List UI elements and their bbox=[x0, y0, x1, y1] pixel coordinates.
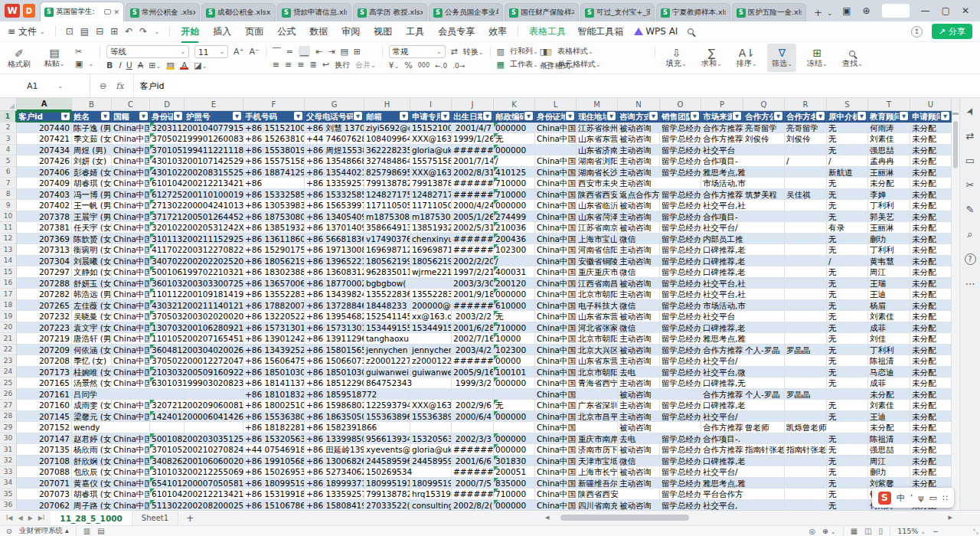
filter-dropdown-icon[interactable]: ▼ bbox=[233, 112, 241, 120]
cell[interactable] bbox=[785, 377, 827, 389]
cell[interactable]: 马恋迪 bbox=[868, 367, 910, 378]
find-button[interactable]: 查找⌄ bbox=[838, 44, 867, 72]
cell[interactable]: China中国 bbox=[112, 222, 150, 234]
preview-icon[interactable]: ⊞ bbox=[110, 26, 118, 37]
cell[interactable] bbox=[785, 211, 827, 223]
cell[interactable]: 留学总经办 bbox=[660, 256, 701, 267]
align-top-icon[interactable]: ⎺ bbox=[273, 47, 281, 57]
worksheet-button[interactable]: 工作表⌄ bbox=[510, 59, 538, 70]
cell[interactable]: 无 bbox=[827, 444, 868, 456]
column-header-E[interactable]: E bbox=[185, 98, 243, 111]
cell[interactable]: m1875308( bbox=[364, 211, 410, 223]
column-header-U[interactable]: U bbox=[910, 98, 952, 111]
cell[interactable]: 未分配 bbox=[868, 389, 910, 400]
cell[interactable]: 留学总经办 bbox=[660, 333, 701, 345]
cell[interactable] bbox=[743, 333, 785, 345]
cell[interactable]: +86 1300682663 bbox=[305, 456, 364, 467]
cell[interactable]: 留学总经办 bbox=[660, 123, 701, 134]
cell[interactable]: 无 bbox=[827, 234, 868, 245]
cell[interactable]: 102300 bbox=[494, 244, 535, 256]
cell[interactable]: 244589596 bbox=[410, 456, 452, 467]
cell[interactable]: 山东省东营 bbox=[577, 311, 618, 322]
cell[interactable]: 370502200012272047 bbox=[150, 355, 185, 367]
maximize-button[interactable]: ▢ bbox=[942, 5, 950, 16]
menu-item-插入[interactable]: 插入 bbox=[212, 24, 232, 40]
cell[interactable]: 微信 bbox=[618, 456, 660, 467]
cell[interactable]: 2003/2/2 bbox=[452, 311, 494, 322]
cell[interactable]: +86 1335925706 bbox=[305, 489, 364, 500]
cell[interactable]: China中国 bbox=[112, 456, 150, 467]
cell[interactable]: 未分配 bbox=[910, 345, 952, 356]
eye-icon[interactable]: ◎ bbox=[809, 527, 815, 535]
cell[interactable]: 指南针张老 bbox=[743, 444, 785, 456]
cell[interactable]: 去电 bbox=[618, 433, 660, 445]
cell[interactable]: 835000 bbox=[494, 478, 535, 489]
cell[interactable]: +86 1340540988 bbox=[305, 211, 364, 223]
cell[interactable]: 上海市宝山 bbox=[577, 234, 618, 245]
cell[interactable]: 未分配 bbox=[910, 355, 952, 367]
cell[interactable]: 000000 bbox=[494, 289, 535, 300]
cell[interactable]: 710000 bbox=[494, 189, 535, 201]
cell[interactable]: China中国 bbox=[112, 211, 150, 223]
ime-grid-icon[interactable]: ∷ bbox=[942, 493, 948, 503]
cell[interactable]: 留学总经办 bbox=[660, 400, 701, 411]
cell[interactable]: 2002/8/31 bbox=[452, 167, 494, 178]
cell[interactable]: 刘妍 (女) bbox=[72, 155, 112, 167]
cell[interactable]: China中国 bbox=[112, 489, 150, 500]
document-tab[interactable]: S医护五险一金.xlsx bbox=[732, 3, 806, 21]
cell[interactable]: hrq153199 bbox=[410, 489, 452, 500]
cell[interactable]: 2002/3/3 bbox=[452, 433, 494, 445]
cell[interactable] bbox=[785, 200, 827, 211]
cell[interactable]: 2000/7/5 bbox=[452, 478, 494, 489]
wps-ai-button[interactable]: WPS AI bbox=[634, 26, 678, 37]
menu-item-会员专享[interactable]: 会员专享 bbox=[437, 24, 475, 40]
cell[interactable]: +86 19910568 bbox=[243, 456, 305, 467]
cell[interactable]: 杨欣雨 (女 bbox=[72, 444, 112, 456]
cell[interactable]: 凯烁曾老师 bbox=[785, 422, 827, 433]
cell[interactable]: +86 15538019 bbox=[243, 145, 305, 156]
cell[interactable]: 000000 bbox=[494, 444, 535, 456]
cell[interactable] bbox=[743, 377, 785, 389]
cell[interactable]: +86 18099519 bbox=[243, 478, 305, 489]
cell[interactable]: / bbox=[785, 155, 827, 167]
cell[interactable]: 2002/2/20 bbox=[452, 256, 494, 267]
cell[interactable]: bgbgbow( bbox=[364, 278, 410, 289]
cell[interactable] bbox=[743, 178, 785, 189]
cell[interactable]: 主动咨询 bbox=[618, 145, 660, 156]
cell[interactable]: 无 bbox=[827, 489, 868, 500]
cell[interactable]: 主动咨询 bbox=[618, 478, 660, 489]
row-header-14[interactable]: 14 bbox=[0, 256, 17, 267]
cell[interactable]: +86 1354402198 bbox=[305, 167, 364, 178]
cell[interactable] bbox=[743, 311, 785, 322]
search-icon[interactable] bbox=[688, 28, 694, 34]
cell[interactable]: 710000 bbox=[494, 178, 535, 189]
close-button[interactable]: ✕ bbox=[962, 5, 969, 16]
cell[interactable]: 成菲 bbox=[868, 322, 910, 334]
cell[interactable]: China中国 bbox=[112, 133, 150, 145]
document-tab[interactable]: S成都公积金.xlsx bbox=[201, 3, 276, 21]
cell[interactable]: China中国 bbox=[535, 266, 577, 278]
cell[interactable]: 社交平台,微 bbox=[701, 367, 743, 378]
cell[interactable]: 610104200212213421 bbox=[150, 489, 185, 500]
filter-dropdown-icon[interactable]: ▼ bbox=[101, 112, 109, 120]
cell[interactable]: 成雨雯 (女 bbox=[72, 400, 112, 411]
borders-button[interactable]: ⊞⌄ bbox=[149, 60, 161, 70]
cell[interactable]: 主动咨询 bbox=[618, 333, 660, 345]
cell[interactable]: China中国 bbox=[535, 211, 577, 223]
cell[interactable]: 无 bbox=[827, 355, 868, 367]
cell[interactable]: 袁文宇 (女 bbox=[72, 322, 112, 334]
cell[interactable] bbox=[785, 466, 827, 478]
menu-item-视图[interactable]: 视图 bbox=[373, 24, 393, 40]
cell[interactable]: 陈祖清 bbox=[868, 355, 910, 367]
normal-view-icon[interactable]: ▦ bbox=[851, 527, 858, 535]
cell[interactable]: 207406 bbox=[17, 167, 72, 178]
cell[interactable]: +86 1335925706 bbox=[305, 178, 364, 189]
cell[interactable]: 207088 bbox=[17, 466, 72, 478]
resize-grip-icon[interactable]: ⤡ bbox=[973, 528, 978, 536]
cell[interactable] bbox=[743, 289, 785, 300]
cell[interactable]: 无 bbox=[827, 333, 868, 345]
cell[interactable]: +86 52734062 bbox=[305, 466, 364, 478]
header-cell[interactable]: 合作方名称▼ bbox=[785, 111, 827, 123]
cell[interactable]: 370105200210270824 bbox=[150, 444, 185, 456]
cell[interactable]: China中国 bbox=[112, 367, 150, 378]
